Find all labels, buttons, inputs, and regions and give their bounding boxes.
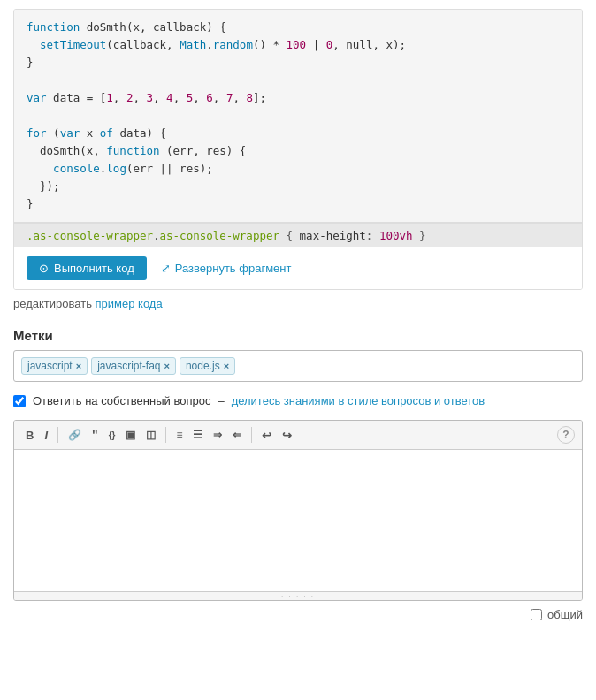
expand-snippet-button[interactable]: ⤢ Развернуть фрагмент — [161, 262, 292, 275]
edit-link-row: редактировать пример кода — [13, 297, 583, 310]
code-line-2: setTimeout(callback, Math.random() * 100… — [27, 36, 569, 54]
ordered-list-button[interactable]: ≡ — [172, 426, 187, 444]
code-block: function doSmth(x, callback) { setTimeou… — [14, 10, 582, 223]
answer-own-label: Ответить на собственный вопрос — [33, 394, 210, 407]
share-knowledge-link[interactable]: делитесь знаниями в стиле вопросов и отв… — [232, 394, 485, 407]
answer-own-row: Ответить на собственный вопрос – делитес… — [13, 394, 583, 407]
answer-own-separator: – — [218, 394, 224, 407]
tag-javascript-faq: javascript-faq × — [91, 357, 176, 375]
undo-button[interactable]: ↩ — [257, 426, 276, 445]
keyword-function: function — [27, 20, 80, 34]
quote-button[interactable]: " — [88, 425, 103, 445]
code-line-7: for (var x of data) { — [27, 125, 569, 142]
editor-toolbar: B I 🔗 " {} ▣ ◫ ≡ ☰ ⇒ ⇐ ↩ ↪ ? — [14, 421, 582, 450]
code-button[interactable]: {} — [104, 428, 120, 443]
run-code-label: Выполнить код — [54, 262, 134, 275]
edit-prefix: редактировать — [13, 297, 96, 310]
tag-javascript-label: javascript — [27, 360, 73, 372]
toolbar-separator-1 — [57, 427, 58, 443]
run-icon: ⊙ — [39, 262, 49, 275]
expand-label: Развернуть фрагмент — [175, 262, 292, 275]
indent-button[interactable]: ⇒ — [209, 426, 226, 444]
public-row: общий — [13, 608, 583, 621]
bold-button[interactable]: B — [21, 426, 38, 445]
link-button[interactable]: 🔗 — [64, 426, 86, 444]
redo-button[interactable]: ↪ — [278, 426, 296, 445]
code-line-9: console.log(err || res); — [27, 160, 569, 178]
edit-example-link[interactable]: пример кода — [96, 297, 163, 310]
tag-javascript-faq-remove[interactable]: × — [164, 361, 170, 371]
tags-input-container[interactable]: javascript × javascript-faq × node.js × — [13, 350, 583, 382]
code-line-4 — [27, 72, 569, 89]
tag-node-js-remove[interactable]: × — [224, 361, 229, 371]
dedent-button[interactable]: ⇐ — [228, 426, 246, 444]
italic-button[interactable]: I — [40, 426, 52, 445]
help-button[interactable]: ? — [557, 426, 575, 444]
public-checkbox[interactable] — [531, 609, 542, 620]
tag-node-js-label: node.js — [186, 360, 220, 372]
code-snippet-container: function doSmth(x, callback) { setTimeou… — [13, 9, 583, 290]
expand-icon: ⤢ — [161, 262, 171, 275]
toolbar-separator-2 — [165, 427, 166, 443]
answer-own-checkbox[interactable] — [13, 395, 26, 407]
code-line-1: function doSmth(x, callback) { — [27, 19, 569, 36]
code-line-8: doSmth(x, function (err, res) { — [27, 142, 569, 160]
css-override-line: .as-console-wrapper.as-console-wrapper {… — [14, 223, 582, 247]
resize-dots-icon: · · · · · — [281, 592, 315, 600]
tags-label: Метки — [13, 328, 583, 343]
tags-section: Метки javascript × javascript-faq × node… — [13, 328, 583, 382]
code-line-3: } — [27, 54, 569, 72]
toolbar-separator-3 — [251, 427, 252, 443]
code-actions-bar: ⊙ Выполнить код ⤢ Развернуть фрагмент — [14, 247, 582, 289]
image-button[interactable]: ▣ — [121, 426, 140, 444]
tag-javascript: javascript × — [21, 357, 88, 375]
answer-editor: B I 🔗 " {} ▣ ◫ ≡ ☰ ⇒ ⇐ ↩ ↪ ? · · · · · — [13, 420, 583, 601]
code-line-6 — [27, 107, 569, 125]
image-link-button[interactable]: ◫ — [141, 426, 160, 444]
code-line-11: } — [27, 195, 569, 213]
tag-javascript-faq-label: javascript-faq — [97, 360, 160, 372]
run-code-button[interactable]: ⊙ Выполнить код — [27, 256, 147, 280]
code-line-10: }); — [27, 178, 569, 195]
editor-resize-handle[interactable]: · · · · · — [14, 591, 582, 600]
editor-content-area[interactable] — [14, 450, 582, 591]
unordered-list-button[interactable]: ☰ — [188, 426, 207, 444]
code-line-5: var data = [1, 2, 3, 4, 5, 6, 7, 8]; — [27, 89, 569, 107]
public-label: общий — [547, 608, 583, 621]
tag-javascript-remove[interactable]: × — [76, 361, 81, 371]
tag-node-js: node.js × — [180, 357, 235, 375]
